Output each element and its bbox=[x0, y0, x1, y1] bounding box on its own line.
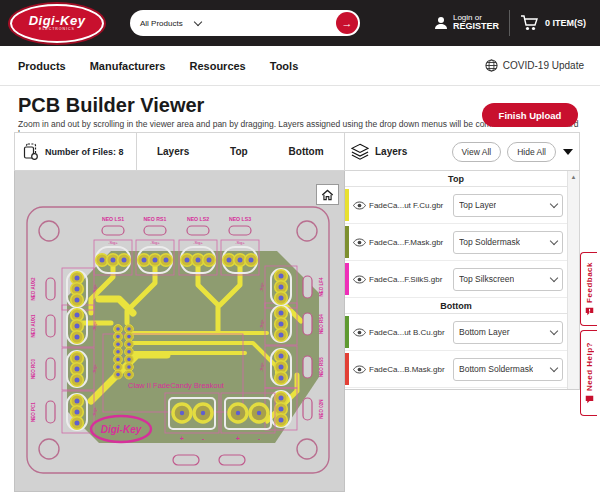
chevron-down-icon bbox=[550, 363, 558, 371]
nav-products[interactable]: Products bbox=[18, 60, 66, 72]
svg-text:-Sig+: -Sig+ bbox=[193, 240, 203, 245]
login-line2: REGISTER bbox=[453, 22, 499, 32]
need-help-tab[interactable]: Need Help? bbox=[580, 330, 597, 416]
svg-text:NEO LS3: NEO LS3 bbox=[229, 216, 251, 222]
hide-all-button[interactable]: Hide All bbox=[507, 142, 556, 162]
section-header-bottom: Bottom bbox=[345, 298, 567, 314]
svg-text:NEO LS1: NEO LS1 bbox=[102, 216, 124, 222]
cart-count: 0 ITEM(S) bbox=[545, 18, 586, 28]
layers-panel-title: Layers bbox=[375, 146, 407, 157]
page-title: PCB Builder Viewer bbox=[18, 94, 204, 117]
layers-list: Top FadeCa...ut F.Cu.gbr Top Layer FadeC… bbox=[345, 171, 580, 390]
layer-row: FadeCa...F.SilkS.gbr Top Silkscreen bbox=[345, 261, 567, 298]
svg-text:NEO LF4: NEO LF4 bbox=[319, 277, 324, 296]
svg-text:-Sig+: -Sig+ bbox=[108, 240, 118, 245]
layer-assignment-dropdown[interactable]: Bottom Layer bbox=[453, 321, 563, 344]
layer-assignment-dropdown[interactable]: Top Soldermask bbox=[453, 231, 563, 254]
layer-file-name: FadeCa...F.SilkS.gbr bbox=[369, 275, 453, 284]
pcb-viewer[interactable]: NEO LS1 NEO RS1 NEO LS2 NEO LS3 -Sig+ -S… bbox=[14, 171, 345, 492]
need-help-label: Need Help? bbox=[585, 342, 594, 391]
cart-link[interactable]: 0 ITEM(S) bbox=[520, 15, 586, 31]
svg-text:NEO LS2: NEO LS2 bbox=[187, 216, 209, 222]
svg-text:Digi-Key: Digi-Key bbox=[101, 424, 142, 435]
covid-update-link[interactable]: COVID-19 Update bbox=[485, 59, 584, 72]
layer-row: FadeCa...ut F.Cu.gbr Top Layer bbox=[345, 187, 567, 224]
layer-color-bar bbox=[345, 263, 349, 295]
layer-assignment-dropdown[interactable]: Top Silkscreen bbox=[453, 268, 563, 291]
feedback-label: Feedback bbox=[585, 262, 594, 303]
layer-assignment-dropdown[interactable]: Top Layer bbox=[453, 194, 563, 217]
feedback-tab[interactable]: Feedback bbox=[580, 252, 597, 326]
layer-file-name: FadeCa...B.Mask.gbr bbox=[369, 365, 453, 374]
layers-panel-header: Layers View All Hide All bbox=[345, 132, 580, 171]
layer-row: FadeCa...B.Mask.gbr Bottom Soldermask bbox=[345, 351, 567, 388]
digikey-logo[interactable]: Digi-Key ELECTRONICS bbox=[10, 4, 104, 43]
chevron-down-icon bbox=[550, 273, 558, 281]
svg-text:NEO AUX1: NEO AUX1 bbox=[31, 314, 36, 337]
logo-text: Digi-Key bbox=[29, 14, 86, 27]
chevron-down-icon bbox=[550, 199, 558, 207]
home-reset-view-button[interactable] bbox=[316, 184, 339, 205]
viewer-toolbar: Number of Files: 8 Layers Top Bottom bbox=[14, 132, 345, 171]
svg-text:-Sig+: -Sig+ bbox=[259, 362, 264, 372]
main-nav: Products Manufacturers Resources Tools C… bbox=[0, 46, 600, 86]
tab-top[interactable]: Top bbox=[228, 142, 250, 161]
svg-text:NEO RS5: NEO RS5 bbox=[319, 357, 324, 377]
pcb-builder-page: Digi-Key ELECTRONICS All Products → Logi… bbox=[0, 0, 600, 495]
layer-file-name: FadeCa...ut F.Cu.gbr bbox=[369, 201, 453, 210]
top-header: Digi-Key ELECTRONICS All Products → Logi… bbox=[0, 0, 600, 46]
svg-text:+: + bbox=[236, 435, 240, 442]
globe-icon bbox=[485, 59, 498, 72]
nav-tools[interactable]: Tools bbox=[270, 60, 299, 72]
help-chat-icon bbox=[585, 395, 594, 404]
svg-text:-Sig+: -Sig+ bbox=[150, 240, 160, 245]
scroll-up-arrow[interactable]: ▲ bbox=[568, 171, 579, 183]
section-header-top: Top bbox=[345, 171, 567, 187]
feedback-icon bbox=[585, 307, 594, 316]
eye-icon[interactable] bbox=[352, 275, 367, 284]
search-input[interactable] bbox=[201, 17, 336, 29]
logo-subtext: ELECTRONICS bbox=[39, 28, 75, 32]
chevron-down-icon bbox=[550, 326, 558, 334]
file-count: Number of Files: 8 bbox=[15, 133, 137, 170]
eye-icon[interactable] bbox=[352, 328, 367, 337]
svg-text:-: - bbox=[202, 435, 204, 442]
svg-text:NEO AUX2: NEO AUX2 bbox=[31, 277, 36, 300]
tab-bottom[interactable]: Bottom bbox=[287, 142, 326, 161]
search-bar: All Products → bbox=[130, 10, 360, 36]
layer-color-bar bbox=[345, 189, 349, 221]
search-submit-button[interactable]: → bbox=[336, 12, 358, 34]
search-category-select[interactable]: All Products bbox=[140, 19, 183, 28]
layers-scrollbar[interactable]: ▲ bbox=[567, 171, 579, 389]
nav-resources[interactable]: Resources bbox=[189, 60, 245, 72]
eye-icon[interactable] bbox=[352, 365, 367, 374]
layer-color-bar bbox=[345, 226, 349, 258]
login-register-link[interactable]: Login or REGISTER bbox=[434, 14, 499, 33]
person-icon bbox=[434, 16, 448, 30]
svg-text:-Sig+: -Sig+ bbox=[92, 321, 97, 331]
pcb-render[interactable]: NEO LS1 NEO RS1 NEO LS2 NEO LS3 -Sig+ -S… bbox=[15, 171, 344, 490]
svg-text:-: - bbox=[258, 435, 260, 442]
layer-row: FadeCa...F.Mask.gbr Top Soldermask bbox=[345, 224, 567, 261]
chevron-down-icon bbox=[550, 236, 558, 244]
board-title: Claw II FadeCandy Breakout bbox=[128, 381, 225, 390]
view-tabs: Layers Top Bottom bbox=[137, 142, 344, 161]
layer-file-name: FadeCa...ut B.Cu.gbr bbox=[369, 328, 453, 337]
header-right: Login or REGISTER 0 ITEM(S) bbox=[434, 10, 586, 36]
file-count-label: Number of Files: 8 bbox=[45, 147, 124, 157]
svg-text:NEO RC0: NEO RC0 bbox=[31, 359, 36, 380]
collapse-panel-arrow[interactable] bbox=[563, 149, 573, 155]
view-all-button[interactable]: View All bbox=[452, 142, 502, 162]
svg-text:-Sig+: -Sig+ bbox=[259, 319, 264, 329]
svg-text:-Sig+: -Sig+ bbox=[92, 407, 97, 417]
finish-upload-button[interactable]: Finish Upload bbox=[482, 103, 578, 127]
tab-layers[interactable]: Layers bbox=[155, 142, 191, 161]
covid-update-label: COVID-19 Update bbox=[503, 60, 584, 71]
svg-text:-Sig+: -Sig+ bbox=[92, 284, 97, 294]
layer-assignment-dropdown[interactable]: Bottom Soldermask bbox=[453, 358, 563, 381]
eye-icon[interactable] bbox=[352, 238, 367, 247]
eye-icon[interactable] bbox=[352, 201, 367, 210]
nav-manufacturers[interactable]: Manufacturers bbox=[90, 60, 166, 72]
files-icon bbox=[23, 143, 39, 160]
cart-icon bbox=[520, 15, 539, 31]
